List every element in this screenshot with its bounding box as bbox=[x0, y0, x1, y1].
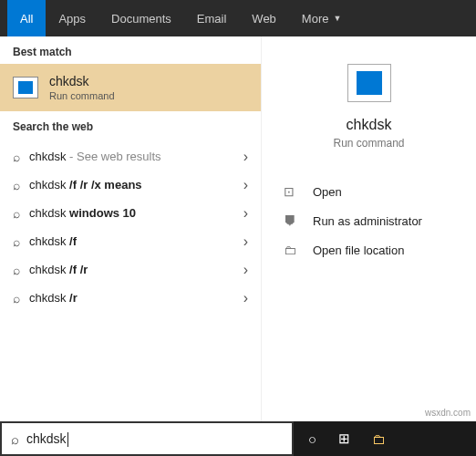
action-open-location[interactable]: 🗀 Open file location bbox=[284, 235, 454, 264]
folder-icon: 🗀 bbox=[284, 243, 302, 257]
tab-email[interactable]: Email bbox=[184, 0, 240, 36]
preview-run-command-icon bbox=[347, 64, 391, 102]
best-match-item[interactable]: chkdsk Run command bbox=[0, 64, 261, 111]
preview-subtitle: Run command bbox=[333, 137, 404, 150]
search-icon: ⌕ bbox=[13, 206, 20, 221]
search-tabs: All Apps Documents Email Web More▼ bbox=[0, 0, 476, 36]
suggestion-text: chkdsk /f /r /x means bbox=[29, 178, 243, 192]
chevron-right-icon: › bbox=[243, 290, 248, 306]
suggestion-text: chkdsk windows 10 bbox=[29, 206, 243, 220]
chevron-right-icon: › bbox=[243, 205, 248, 222]
chevron-right-icon: › bbox=[243, 177, 248, 193]
search-icon: ⌕ bbox=[11, 431, 19, 447]
open-icon: ⊡ bbox=[284, 184, 302, 199]
suggestion-text: chkdsk /r bbox=[29, 291, 243, 305]
tab-documents[interactable]: Documents bbox=[98, 0, 184, 36]
tab-apps[interactable]: Apps bbox=[46, 0, 98, 36]
suggestion-text: chkdsk /f bbox=[29, 234, 243, 248]
action-open[interactable]: ⊡ Open bbox=[284, 177, 454, 206]
suggestion-item[interactable]: ⌕chkdsk windows 10› bbox=[0, 199, 261, 227]
suggestion-text: chkdsk /f /r bbox=[29, 263, 243, 276]
search-icon: ⌕ bbox=[13, 150, 20, 164]
suggestion-item[interactable]: ⌕chkdsk /r› bbox=[0, 284, 261, 312]
shield-icon: ⛊ bbox=[284, 213, 302, 228]
chevron-right-icon: › bbox=[243, 262, 248, 278]
best-match-title: chkdsk bbox=[49, 74, 115, 88]
results-panel: Best match chkdsk Run command Search the… bbox=[0, 36, 262, 421]
search-icon: ⌕ bbox=[13, 234, 20, 249]
suggestion-item[interactable]: ⌕chkdsk /f› bbox=[0, 227, 261, 255]
tab-more[interactable]: More▼ bbox=[289, 0, 355, 36]
task-view-icon[interactable]: ⊞ bbox=[338, 430, 350, 447]
search-web-label: Search the web bbox=[0, 111, 261, 139]
suggestion-list: ⌕chkdsk - See web results›⌕chkdsk /f /r … bbox=[0, 139, 261, 312]
search-icon: ⌕ bbox=[13, 178, 20, 192]
search-icon: ⌕ bbox=[13, 291, 20, 306]
suggestion-text: chkdsk - See web results bbox=[29, 150, 243, 163]
tab-all[interactable]: All bbox=[7, 0, 46, 36]
suggestion-item[interactable]: ⌕chkdsk /f /r› bbox=[0, 255, 261, 284]
action-run-admin[interactable]: ⛊ Run as administrator bbox=[284, 206, 454, 235]
chevron-right-icon: › bbox=[243, 233, 248, 250]
chevron-down-icon: ▼ bbox=[333, 14, 341, 23]
search-value: chkdsk bbox=[26, 431, 67, 446]
taskbar: ○ ⊞ 🗀 bbox=[294, 421, 476, 456]
file-explorer-icon[interactable]: 🗀 bbox=[372, 431, 386, 447]
best-match-subtitle: Run command bbox=[49, 90, 115, 101]
search-icon: ⌕ bbox=[13, 263, 20, 277]
best-match-label: Best match bbox=[0, 36, 261, 64]
suggestion-item[interactable]: ⌕chkdsk - See web results› bbox=[0, 142, 261, 171]
search-input[interactable]: ⌕ chkdsk bbox=[0, 421, 294, 456]
watermark: wsxdn.com bbox=[425, 408, 471, 418]
cortana-icon[interactable]: ○ bbox=[308, 431, 316, 447]
suggestion-item[interactable]: ⌕chkdsk /f /r /x means› bbox=[0, 171, 261, 199]
run-command-icon bbox=[13, 77, 38, 98]
preview-panel: chkdsk Run command ⊡ Open ⛊ Run as admin… bbox=[262, 36, 476, 421]
tab-web[interactable]: Web bbox=[239, 0, 289, 36]
preview-title: chkdsk bbox=[347, 117, 392, 133]
chevron-right-icon: › bbox=[243, 149, 248, 165]
